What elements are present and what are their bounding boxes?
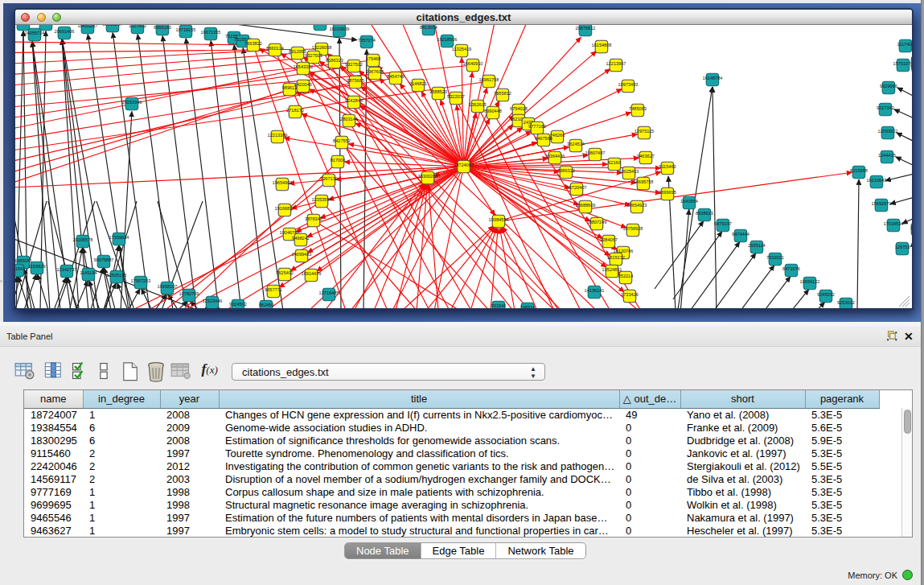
svg-text:8938923: 8938923 bbox=[696, 211, 713, 216]
svg-text:7485063: 7485063 bbox=[629, 106, 647, 111]
svg-text:10973493: 10973493 bbox=[618, 82, 639, 87]
svg-text:19384554: 19384554 bbox=[489, 217, 509, 222]
svg-text:17957253: 17957253 bbox=[131, 278, 151, 283]
svg-text:11325419: 11325419 bbox=[452, 47, 471, 51]
svg-text:252214: 252214 bbox=[618, 274, 634, 278]
svg-text:18724007: 18724007 bbox=[454, 163, 474, 167]
svg-text:8186323: 8186323 bbox=[326, 58, 343, 63]
svg-text:8990448: 8990448 bbox=[484, 109, 502, 113]
svg-text:9242848: 9242848 bbox=[345, 98, 363, 103]
svg-text:1327602: 1327602 bbox=[129, 25, 146, 28]
svg-text:2803144: 2803144 bbox=[340, 117, 358, 122]
svg-text:1244415: 1244415 bbox=[878, 153, 896, 158]
svg-text:19166827: 19166827 bbox=[275, 206, 295, 211]
svg-text:3624514: 3624514 bbox=[567, 142, 585, 146]
svg-text:1117404: 1117404 bbox=[897, 42, 912, 47]
svg-text:9474444: 9474444 bbox=[732, 232, 749, 237]
svg-text:16210643: 16210643 bbox=[867, 178, 887, 183]
svg-text:16154808: 16154808 bbox=[592, 43, 612, 47]
svg-text:1362615: 1362615 bbox=[469, 102, 487, 107]
svg-text:15751074: 15751074 bbox=[893, 61, 912, 66]
svg-text:24055724: 24055724 bbox=[25, 31, 45, 35]
svg-text:10807487: 10807487 bbox=[585, 150, 606, 155]
svg-text:12274: 12274 bbox=[911, 59, 912, 64]
svg-text:7357274: 7357274 bbox=[358, 38, 376, 43]
svg-text:17359924: 17359924 bbox=[109, 235, 129, 240]
svg-text:982450: 982450 bbox=[259, 303, 274, 307]
svg-text:19654902: 19654902 bbox=[273, 180, 293, 185]
svg-text:14099483: 14099483 bbox=[292, 252, 312, 257]
svg-text:2967608: 2967608 bbox=[366, 69, 384, 74]
svg-text:7955812: 7955812 bbox=[494, 91, 511, 96]
svg-text:16961758: 16961758 bbox=[479, 77, 499, 82]
svg-text:25300203: 25300203 bbox=[418, 174, 438, 179]
svg-text:20876812: 20876812 bbox=[576, 26, 596, 31]
svg-text:175468: 175468 bbox=[366, 56, 381, 61]
svg-text:15720407: 15720407 bbox=[567, 185, 587, 190]
svg-text:9146821: 9146821 bbox=[409, 81, 427, 86]
svg-text:7632021: 7632021 bbox=[766, 255, 784, 260]
svg-text:3878342: 3878342 bbox=[305, 216, 322, 221]
svg-text:20053346: 20053346 bbox=[122, 100, 142, 105]
svg-text:13716485: 13716485 bbox=[319, 290, 339, 295]
svg-text:2935114: 2935114 bbox=[748, 243, 765, 248]
svg-text:17016534: 17016534 bbox=[884, 221, 904, 226]
svg-text:9253012: 9253012 bbox=[837, 300, 855, 305]
svg-text:18807249: 18807249 bbox=[587, 220, 607, 225]
svg-text:9498242: 9498242 bbox=[292, 236, 310, 241]
svg-text:120455: 120455 bbox=[910, 225, 912, 230]
svg-text:9329966: 9329966 bbox=[880, 84, 897, 89]
svg-text:7663822: 7663822 bbox=[244, 41, 262, 46]
svg-text:12323446: 12323446 bbox=[203, 299, 223, 303]
svg-text:10653267: 10653267 bbox=[78, 25, 98, 28]
svg-text:1615132: 1615132 bbox=[607, 255, 625, 260]
svg-text:8427552: 8427552 bbox=[333, 138, 351, 143]
svg-text:3267130: 3267130 bbox=[320, 176, 338, 181]
svg-text:7986322: 7986322 bbox=[557, 168, 575, 173]
svg-text:6794028: 6794028 bbox=[510, 106, 528, 111]
svg-text:6497568: 6497568 bbox=[535, 136, 552, 141]
svg-text:931546: 931546 bbox=[491, 303, 507, 308]
svg-text:13226058: 13226058 bbox=[312, 45, 332, 50]
svg-text:9657771: 9657771 bbox=[265, 287, 282, 292]
svg-text:10025453: 10025453 bbox=[619, 169, 639, 174]
svg-text:16640910: 16640910 bbox=[463, 61, 483, 66]
svg-text:9327503: 9327503 bbox=[305, 53, 322, 58]
svg-text:9463627: 9463627 bbox=[637, 154, 655, 159]
svg-text:6966160: 6966160 bbox=[154, 25, 171, 30]
svg-text:9699695: 9699695 bbox=[659, 190, 676, 195]
svg-text:13654923: 13654923 bbox=[627, 203, 647, 208]
svg-text:9324502: 9324502 bbox=[229, 302, 247, 307]
svg-text:8454749: 8454749 bbox=[387, 74, 405, 79]
svg-text:20691406: 20691406 bbox=[55, 29, 75, 34]
svg-text:8471676: 8471676 bbox=[782, 266, 800, 271]
svg-text:8912955: 8912955 bbox=[289, 49, 306, 54]
svg-text:9245032: 9245032 bbox=[817, 292, 835, 297]
svg-text:126753: 126753 bbox=[895, 245, 910, 249]
svg-text:10782759: 10782759 bbox=[179, 291, 199, 296]
svg-text:90975887: 90975887 bbox=[94, 257, 114, 262]
svg-text:7625402: 7625402 bbox=[276, 270, 294, 275]
svg-text:12093822: 12093822 bbox=[878, 129, 898, 134]
svg-text:12505135: 12505135 bbox=[107, 273, 127, 278]
svg-text:16033809: 16033809 bbox=[330, 27, 350, 31]
svg-text:1145194: 1145194 bbox=[80, 270, 97, 275]
svg-text:14695758: 14695758 bbox=[634, 179, 654, 184]
svg-text:108324: 108324 bbox=[520, 305, 536, 308]
svg-text:12213967: 12213967 bbox=[606, 61, 626, 66]
svg-text:10654122: 10654122 bbox=[800, 279, 820, 284]
svg-text:1640954: 1640954 bbox=[680, 199, 698, 204]
svg-text:14136141: 14136141 bbox=[585, 288, 605, 293]
svg-text:391541: 391541 bbox=[15, 266, 25, 271]
svg-text:9327502: 9327502 bbox=[345, 62, 363, 67]
svg-text:12353594: 12353594 bbox=[312, 197, 332, 202]
svg-text:10688609: 10688609 bbox=[576, 203, 596, 208]
svg-text:10958107: 10958107 bbox=[158, 284, 178, 289]
svg-text:5322037: 5322037 bbox=[447, 94, 465, 99]
svg-text:16543382: 16543382 bbox=[294, 64, 314, 69]
svg-text:9084067: 9084067 bbox=[600, 237, 618, 242]
svg-text:817006: 817006 bbox=[331, 158, 346, 163]
svg-text:12975115: 12975115 bbox=[634, 129, 654, 134]
svg-text:3875685: 3875685 bbox=[347, 78, 364, 83]
svg-text:9777169: 9777169 bbox=[528, 124, 546, 129]
